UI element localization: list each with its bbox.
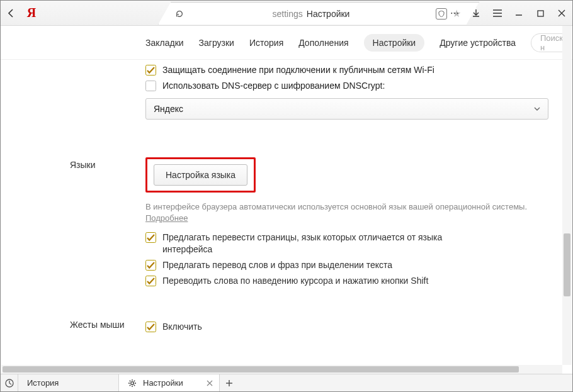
- nav-bookmarks[interactable]: Закладки: [145, 38, 184, 48]
- window-close-button[interactable]: [551, 1, 572, 26]
- plus-icon: [225, 379, 233, 387]
- bottom-tab-settings[interactable]: Настройки: [119, 374, 220, 391]
- svg-point-8: [131, 381, 134, 384]
- settings-nav: Закладки Загрузки История Дополнения Нас…: [1, 26, 572, 60]
- checkbox-enable-gestures[interactable]: Включить: [145, 321, 550, 333]
- bottom-tab-history[interactable]: История: [18, 374, 119, 391]
- checkbox-protect-wifi[interactable]: Защищать соединение при подключении к пу…: [145, 64, 550, 76]
- checkbox-checked-icon: [145, 65, 156, 76]
- reload-button[interactable]: [173, 9, 186, 18]
- checkbox-checked-icon: [145, 276, 156, 286]
- nav-history[interactable]: История: [249, 38, 283, 48]
- address-text: settings Настройки: [191, 9, 431, 19]
- maximize-icon: [537, 10, 544, 17]
- menu-button[interactable]: [487, 1, 508, 26]
- checkbox-label: Предлагать перевод слов и фраз при выдел…: [162, 259, 392, 271]
- tab-close-button[interactable]: [207, 380, 213, 386]
- history-panel-toggle[interactable]: [1, 374, 18, 391]
- checkbox-offer-translate-selection[interactable]: Предлагать перевод слов и фраз при выдел…: [145, 259, 550, 271]
- select-value: Яндекс: [154, 104, 183, 114]
- checkbox-offer-translate-pages[interactable]: Предлагать перевести страницы, язык кото…: [145, 232, 550, 255]
- window-controls: ⋯: [444, 1, 572, 26]
- reload-icon: [175, 9, 184, 18]
- checkbox-label: Использовать DNS-сервер с шифрованием DN…: [162, 80, 385, 92]
- language-note: В интерфейсе браузера автоматически испо…: [145, 201, 548, 224]
- close-icon: [558, 9, 565, 17]
- checkbox-translate-hover-shift[interactable]: Переводить слова по наведению курсора и …: [145, 275, 550, 287]
- svg-rect-2: [146, 81, 156, 91]
- address-tab[interactable]: settings Настройки ★: [158, 2, 479, 25]
- nav-other-devices[interactable]: Другие устройства: [440, 38, 516, 48]
- highlight-box: Настройка языка: [145, 157, 256, 193]
- checkbox-unchecked-icon: [145, 81, 156, 91]
- nav-downloads[interactable]: Загрузки: [199, 38, 234, 48]
- checkbox-dnscrypt[interactable]: Использовать DNS-сервер с шифрованием DN…: [145, 80, 550, 92]
- checkbox-label: Защищать соединение при подключении к пу…: [162, 64, 434, 76]
- section-label-mouse-gestures: Жесты мыши: [70, 317, 145, 330]
- clock-icon: [5, 379, 14, 388]
- address-path: settings: [273, 9, 303, 19]
- more-button[interactable]: ⋯: [444, 1, 465, 26]
- horizontal-scrollbar[interactable]: [1, 365, 562, 374]
- nav-settings[interactable]: Настройки: [364, 34, 425, 52]
- arrow-left-icon: [6, 8, 16, 18]
- minimize-icon: [515, 9, 523, 17]
- close-icon: [207, 380, 213, 386]
- dns-server-select[interactable]: Яндекс: [145, 98, 548, 120]
- bottom-tabbar: История Настройки: [1, 374, 572, 391]
- tab-label: История: [27, 378, 59, 388]
- download-icon: [472, 9, 480, 18]
- svg-rect-0: [538, 11, 543, 16]
- nav-addons[interactable]: Дополнения: [298, 38, 348, 48]
- vertical-scroll-thumb[interactable]: [564, 233, 570, 296]
- section-label-languages: Языки: [70, 157, 145, 170]
- learn-more-link[interactable]: Подробнее: [145, 213, 188, 223]
- checkbox-checked-icon: [145, 260, 156, 271]
- yandex-logo[interactable]: Я: [22, 6, 41, 20]
- horizontal-scroll-thumb[interactable]: [3, 366, 519, 372]
- checkbox-checked-icon: [145, 322, 156, 332]
- downloads-button[interactable]: [465, 1, 487, 26]
- checkbox-label: Переводить слова по наведению курсора и …: [162, 275, 428, 287]
- gear-icon: [128, 379, 137, 388]
- window-minimize-button[interactable]: [508, 1, 530, 26]
- checkbox-checked-icon: [145, 232, 156, 243]
- checkbox-label: Включить: [162, 321, 202, 333]
- window-maximize-button[interactable]: [530, 1, 551, 26]
- address-title: Настройки: [307, 9, 350, 19]
- vertical-scrollbar[interactable]: [562, 26, 572, 365]
- chevron-down-icon: [534, 107, 540, 111]
- settings-content: Защищать соединение при подключении к пу…: [1, 60, 562, 365]
- new-tab-button[interactable]: [220, 374, 239, 391]
- titlebar: Я settings Настройки ★ ⋯: [1, 1, 572, 26]
- back-button[interactable]: [1, 1, 22, 26]
- tab-label: Настройки: [143, 378, 183, 388]
- menu-icon: [493, 9, 502, 17]
- checkbox-label: Предлагать перевести страницы, язык кото…: [162, 232, 490, 255]
- language-settings-button[interactable]: Настройка языка: [154, 164, 247, 186]
